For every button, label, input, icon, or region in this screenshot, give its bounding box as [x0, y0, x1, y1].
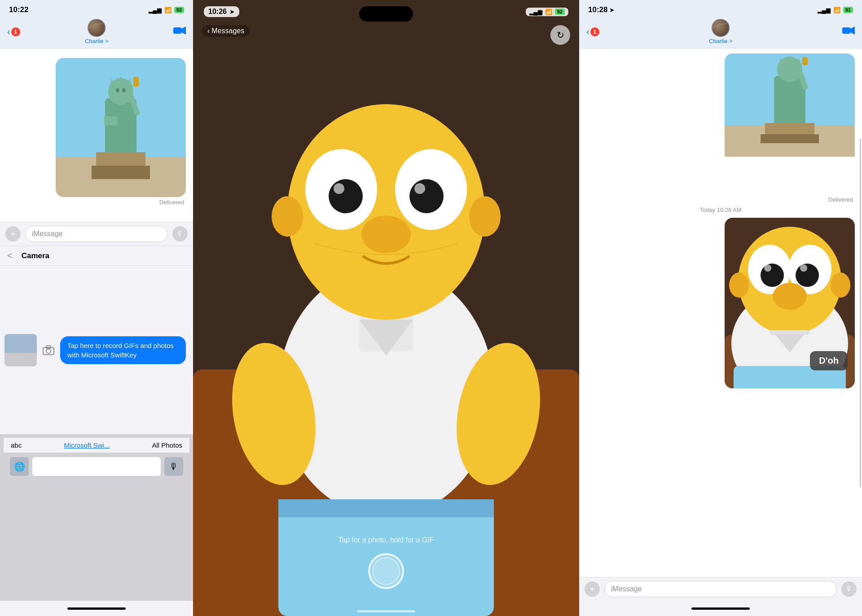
svg-point-35	[361, 216, 411, 253]
left-camera-icon	[37, 339, 60, 361]
left-home-bar	[67, 607, 126, 610]
middle-phone-panel: 10:26 ➤ ▂▄▆ 📶 92 ‹ Messages ↻ Tap for a …	[193, 0, 579, 616]
svg-point-37	[469, 196, 501, 237]
middle-battery-badge: 92	[555, 9, 565, 15]
right-avatar	[712, 19, 730, 37]
thumbnail-svg	[4, 334, 37, 366]
middle-refresh-button[interactable]: ↻	[550, 25, 570, 45]
right-avatar-image	[712, 20, 729, 36]
left-keyboard-bottom-row: 🌐 🎙	[4, 453, 189, 480]
right-location-icon: ➤	[609, 6, 615, 13]
left-video-call-button[interactable]	[173, 26, 186, 38]
middle-messages-back-button[interactable]: ‹ Messages	[202, 25, 250, 37]
middle-status-icons: ▂▄▆ 📶 92	[526, 8, 568, 16]
right-nav-badge: 1	[590, 27, 599, 36]
right-video-call-button[interactable]	[842, 26, 855, 38]
left-statue-image	[56, 58, 186, 197]
left-keyboard-swiftkey-tab[interactable]: Microsoft Swi...	[64, 441, 110, 449]
right-statue-svg	[725, 53, 855, 157]
left-keyboard-photos-tab[interactable]: All Photos	[152, 441, 182, 449]
left-back-button[interactable]: ‹ 1	[7, 26, 20, 37]
svg-point-32	[409, 179, 444, 213]
middle-status-time: 10:26	[208, 8, 227, 16]
svg-marker-40	[850, 26, 855, 35]
left-keyboard: abc Microsoft Swi... All Photos 🌐 🎙	[0, 434, 193, 601]
left-contact-center[interactable]: Charlie >	[85, 19, 108, 44]
svg-rect-13	[92, 166, 150, 179]
left-avatar-image	[88, 20, 105, 36]
svg-point-63	[800, 264, 807, 272]
middle-wifi-icon: 📶	[545, 9, 552, 15]
right-timestamp: Today 10:28 AM	[586, 207, 855, 213]
left-status-time: 10:22	[9, 5, 28, 14]
left-home-indicator	[0, 601, 193, 616]
svg-rect-50	[802, 57, 808, 65]
left-camera-thumbnail[interactable]	[4, 334, 37, 366]
left-plus-button[interactable]: +	[5, 226, 21, 242]
right-nav-bar: ‹ 1 Charlie >	[579, 17, 862, 49]
svg-point-61	[796, 264, 819, 287]
left-keyboard-tabs: abc Microsoft Swi... All Photos	[4, 438, 189, 453]
left-battery-badge: 93	[174, 7, 184, 13]
right-plus-button[interactable]: +	[585, 581, 600, 597]
right-status-time: 10:28	[588, 5, 607, 14]
middle-messages-label: Messages	[211, 27, 244, 35]
right-message-input[interactable]: iMessage	[604, 581, 837, 597]
svg-rect-11	[133, 77, 139, 87]
left-spacebar[interactable]	[32, 457, 161, 476]
right-contact-name: Charlie >	[709, 38, 732, 44]
svg-point-15	[122, 88, 126, 92]
left-input-bar: + iMessage 🎙	[0, 222, 193, 246]
middle-refresh-icon: ↻	[557, 30, 564, 40]
right-messages-area: Delivered Today 10:28 AM	[579, 49, 862, 577]
svg-rect-18	[4, 334, 37, 353]
svg-rect-39	[842, 27, 850, 34]
svg-rect-68	[770, 330, 810, 334]
left-message-input[interactable]: iMessage	[25, 226, 168, 242]
left-wifi-icon: 📶	[164, 7, 172, 13]
middle-home-indicator	[357, 610, 415, 612]
right-wifi-icon: 📶	[833, 7, 840, 13]
right-homer-image-message[interactable]: D'oh	[586, 218, 855, 388]
left-keyboard-mic-button[interactable]: 🎙	[164, 457, 183, 476]
left-mic-button[interactable]: 🎙	[172, 226, 188, 242]
middle-tap-hint: Tap for a photo, hold for a GIF	[338, 536, 434, 544]
svg-rect-0	[173, 27, 181, 34]
svg-point-14	[116, 88, 119, 92]
right-status-bar: 10:28 ➤ ▂▄▆ 📶 91	[579, 0, 862, 17]
middle-back-chevron-icon: ‹	[207, 27, 210, 35]
middle-shutter-button[interactable]	[368, 553, 404, 589]
right-home-indicator	[579, 601, 862, 616]
left-swiftkey-bubble[interactable]: Tap here to record GIFs and photos with …	[60, 336, 186, 364]
left-camera-header: < Camera	[0, 246, 193, 266]
left-camera-title: Camera	[22, 251, 49, 260]
svg-rect-44	[774, 76, 805, 125]
svg-point-66	[831, 273, 850, 298]
right-back-button[interactable]: ‹ 1	[586, 26, 599, 37]
right-homer-image: D'oh	[725, 218, 855, 388]
svg-rect-16	[104, 116, 118, 125]
right-statue-image	[725, 53, 855, 193]
svg-point-62	[764, 264, 771, 272]
left-contact-name: Charlie >	[85, 38, 108, 44]
right-contact-center[interactable]: Charlie >	[709, 19, 732, 44]
right-mic-button[interactable]: 🎙	[841, 581, 857, 597]
svg-rect-52	[761, 134, 819, 143]
left-keyboard-abc: abc	[11, 441, 22, 449]
middle-camera-view[interactable]: 10:26 ➤ ▂▄▆ 📶 92 ‹ Messages ↻ Tap for a …	[193, 0, 579, 616]
right-phone-panel: 10:28 ➤ ▂▄▆ 📶 91 ‹ 1 Charlie >	[579, 0, 862, 616]
left-status-icons: ▂▄▆ 📶 93	[149, 7, 184, 13]
left-image-message[interactable]	[7, 58, 186, 197]
right-home-bar	[691, 607, 750, 610]
middle-shutter-inner	[372, 557, 400, 585]
svg-point-20	[46, 349, 51, 353]
right-input-bar: + iMessage 🎙	[579, 577, 862, 601]
left-globe-button[interactable]: 🌐	[10, 457, 29, 476]
middle-status-bar: 10:26 ➤ ▂▄▆ 📶 92	[193, 0, 579, 21]
left-camera-back-button[interactable]: <	[7, 251, 13, 261]
right-scrollbar[interactable]	[860, 139, 861, 487]
right-status-icons: ▂▄▆ 📶 91	[818, 7, 853, 13]
statue-svg	[56, 58, 186, 197]
right-statue-image-message[interactable]	[586, 53, 855, 193]
left-signal-icon: ▂▄▆	[149, 7, 162, 13]
